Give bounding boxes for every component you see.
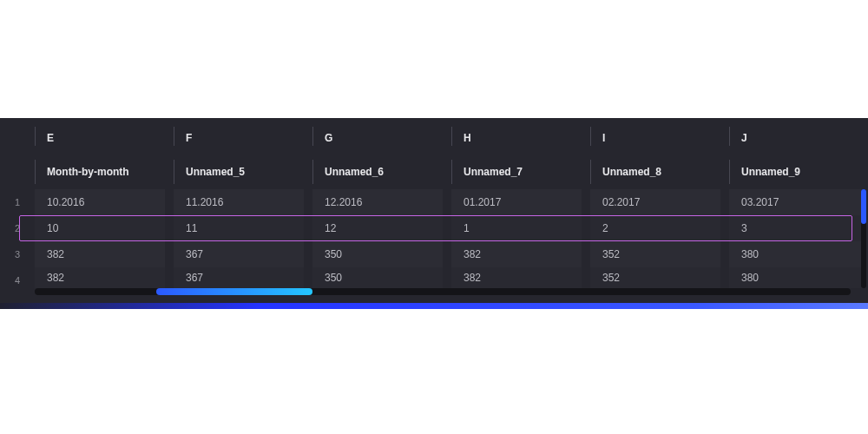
cell[interactable]: 01.2017: [451, 189, 582, 215]
row-index[interactable]: 2: [0, 215, 35, 241]
cell[interactable]: 367: [174, 267, 304, 288]
cell[interactable]: 382: [451, 241, 582, 267]
column-letter[interactable]: G: [312, 130, 451, 146]
cell[interactable]: 11: [174, 215, 304, 241]
cell[interactable]: 12: [312, 215, 443, 241]
cell[interactable]: 367: [174, 241, 304, 267]
row-index[interactable]: 3: [0, 241, 35, 267]
cell[interactable]: 380: [729, 267, 865, 288]
cell[interactable]: 352: [590, 241, 720, 267]
cell[interactable]: 1: [451, 215, 582, 241]
column-name[interactable]: Unnamed_8: [590, 163, 729, 181]
data-grid-panel: 1 2 3 4 E F G H I J: [0, 118, 868, 309]
column-letter[interactable]: E: [35, 130, 174, 146]
row-index[interactable]: 4: [0, 267, 35, 293]
row-index[interactable]: 1: [0, 189, 35, 215]
column-name[interactable]: Month-by-month: [35, 163, 174, 181]
vertical-scrollbar-thumb[interactable]: [861, 189, 866, 224]
cell[interactable]: 11.2016: [174, 189, 304, 215]
cell[interactable]: 03.2017: [729, 189, 865, 215]
cell[interactable]: 352: [590, 267, 720, 288]
cell[interactable]: 02.2017: [590, 189, 720, 215]
cell[interactable]: 10: [35, 215, 165, 241]
column-letter[interactable]: F: [174, 130, 312, 146]
data-grid[interactable]: 1 2 3 4 E F G H I J: [0, 118, 868, 296]
cell[interactable]: 382: [451, 267, 582, 288]
window-bottom-accent: [0, 303, 868, 309]
cell[interactable]: 2: [590, 215, 720, 241]
cell[interactable]: 10.2016: [35, 189, 165, 215]
column-letter[interactable]: I: [590, 130, 729, 146]
cell[interactable]: 382: [35, 241, 165, 267]
column-name[interactable]: Unnamed_5: [174, 163, 312, 181]
column-letter[interactable]: J: [729, 130, 868, 146]
cell[interactable]: 3: [729, 215, 865, 241]
row-index-column: 1 2 3 4: [0, 118, 35, 296]
cell[interactable]: 12.2016: [312, 189, 443, 215]
cell[interactable]: 380: [729, 241, 865, 267]
horizontal-scrollbar-thumb[interactable]: [156, 288, 312, 295]
column-name[interactable]: Unnamed_9: [729, 163, 868, 181]
cell[interactable]: 382: [35, 267, 165, 288]
data-area: E F G H I J Month-by-month Unnamed_5 Unn…: [35, 118, 865, 296]
cell[interactable]: 350: [312, 241, 443, 267]
column-name[interactable]: Unnamed_7: [451, 163, 590, 181]
cell[interactable]: 350: [312, 267, 443, 288]
column-name[interactable]: Unnamed_6: [312, 163, 451, 181]
column-letter[interactable]: H: [451, 130, 590, 146]
